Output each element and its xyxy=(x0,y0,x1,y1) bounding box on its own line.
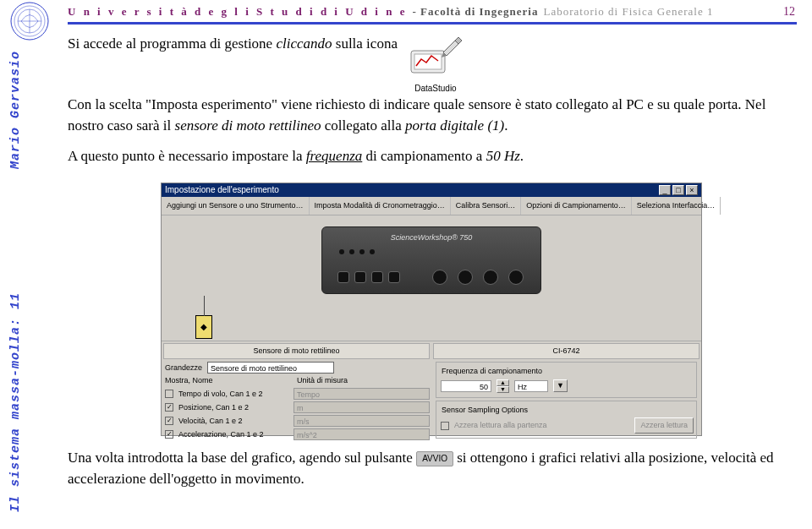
grandezze-label: Grandezze xyxy=(165,363,202,374)
university-seal xyxy=(8,0,51,42)
header-rule xyxy=(68,22,797,25)
zero-label: Azzera lettura alla partenza xyxy=(454,420,547,431)
opts-group-title: Sensor Sampling Options xyxy=(439,405,530,416)
window-titlebar: Impostazione dell'esperimento _ □ × xyxy=(162,183,701,197)
toolbar: Aggiungi un Sensore o uno Strumento… Imp… xyxy=(162,197,701,215)
university-name: U n i v e r s i t à d e g l i S t u d i … xyxy=(68,5,407,19)
row-velocita-label: Velocità, Can 1 e 2 xyxy=(178,416,288,427)
checkbox-accelerazione[interactable]: ✓ xyxy=(165,430,173,439)
row-accelerazione-unit: m/s^2 xyxy=(294,428,430,440)
datastudio-icon xyxy=(406,34,465,76)
paragraph-3: A questo punto è necessario impostare la… xyxy=(68,146,795,167)
datastudio-caption: DataStudio xyxy=(406,83,465,95)
checkbox-velocita[interactable]: ✓ xyxy=(165,417,173,425)
row-tempo-unit: Tempo xyxy=(294,388,430,400)
sensor-header: Sensore di moto rettilineo xyxy=(163,343,430,359)
lab-name: Laboratorio di Fisica Generale 1 xyxy=(543,5,713,19)
checkbox-tempo[interactable] xyxy=(165,390,173,398)
experiment-setup-window: Impostazione dell'esperimento _ □ × Aggi… xyxy=(161,183,702,436)
freq-group-title: Frequenza di campionamento xyxy=(439,366,545,377)
tool-add-sensor[interactable]: Aggiungi un Sensore o uno Strumento… xyxy=(162,197,310,215)
checkbox-zero[interactable] xyxy=(441,422,449,430)
paragraph-1: Si accede al programma di gestione clicc… xyxy=(68,34,398,55)
faculty-name: - Facoltà di Ingegneria xyxy=(412,5,538,19)
unita-label: Unità di misura xyxy=(297,375,348,386)
row-posizione-label: Posizione, Can 1 e 2 xyxy=(178,402,288,413)
freq-up-button[interactable]: ▲ xyxy=(497,379,509,386)
row-posizione-unit: m xyxy=(294,401,430,413)
sensor-panel: Sensore di moto rettilineo Grandezze Sen… xyxy=(162,341,431,435)
device-area: ScienceWorkshop® 750 xyxy=(162,215,701,305)
zero-button[interactable]: Azzera lettura xyxy=(634,417,694,434)
row-tempo-label: Tempo di volo, Can 1 e 2 xyxy=(178,389,288,400)
sensor-tab[interactable]: Sensore di moto rettilineo xyxy=(207,362,334,374)
window-title: Impostazione dell'esperimento xyxy=(165,184,279,197)
freq-unit-dropdown[interactable]: ▼ xyxy=(553,379,568,392)
tool-sampling-options[interactable]: Opzioni di Campionamento… xyxy=(521,197,632,215)
device-label: ScienceWorkshop® 750 xyxy=(391,232,473,243)
page-header: U n i v e r s i t à d e g l i S t u d i … xyxy=(68,5,795,19)
tool-calibrate[interactable]: Calibra Sensori… xyxy=(451,197,522,215)
row-accelerazione-label: Accelerazione, Can 1 e 2 xyxy=(178,429,288,440)
interface-device: ScienceWorkshop® 750 xyxy=(321,226,541,294)
tool-timer-mode[interactable]: Imposta Modalità di Cronometraggio… xyxy=(310,197,451,215)
mostra-label: Mostra, Nome xyxy=(165,375,292,386)
freq-value-field[interactable]: 50 xyxy=(441,380,491,392)
model-header: CI-6742 xyxy=(433,343,700,359)
window-maximize-button[interactable]: □ xyxy=(672,185,684,195)
window-minimize-button[interactable]: _ xyxy=(659,185,671,195)
sampling-panel: CI-6742 Frequenza di campionamento 50 ▲ … xyxy=(431,341,701,435)
paragraph-2: Con la scelta "Imposta esperimento" vien… xyxy=(68,95,795,136)
main-content: Si accede al programma di gestione clicc… xyxy=(68,34,795,499)
freq-unit-field[interactable]: Hz xyxy=(514,380,548,392)
window-close-button[interactable]: × xyxy=(686,185,698,195)
checkbox-posizione[interactable]: ✓ xyxy=(165,403,173,412)
avvio-button-inline: AVVIO xyxy=(416,451,453,467)
svg-rect-4 xyxy=(414,54,442,69)
sidebar-author: Mario Gervasio xyxy=(8,51,23,169)
tool-select-interface[interactable]: Seleziona Interfaccia… xyxy=(632,197,721,215)
page-number: 12 xyxy=(783,5,795,19)
freq-down-button[interactable]: ▼ xyxy=(497,386,509,393)
port-1-selected-icon[interactable]: ◆ xyxy=(195,315,212,339)
paragraph-4: Una volta introdotta la base del grafico… xyxy=(68,448,795,489)
sidebar-course-title: Il sistema massa-molla: 11 xyxy=(8,292,23,512)
row-velocita-unit: m/s xyxy=(294,415,430,427)
